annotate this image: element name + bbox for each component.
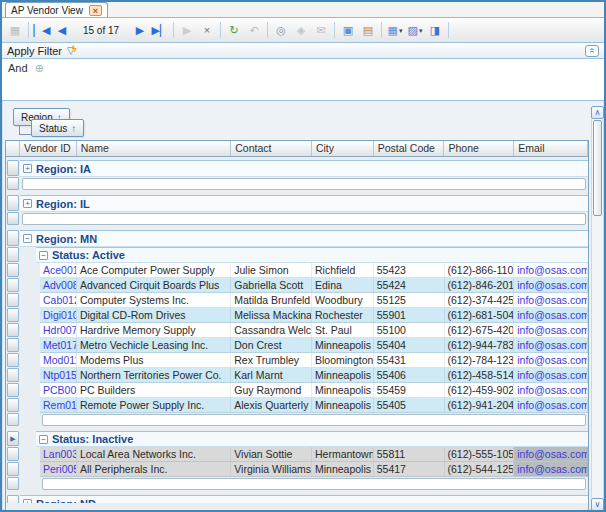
row-indicator-cell[interactable] [7,413,19,426]
cell-email[interactable]: info@osas.com [514,368,588,382]
vertical-scrollbar[interactable]: ∧ ∨ [591,106,604,511]
cell-vendor-id[interactable]: Adv008 [40,278,77,292]
cell-contact[interactable]: Julie Simon [231,263,312,277]
cell-phone[interactable]: (612)-458-5148 [445,368,515,382]
cell-postal-code[interactable]: 55459 [374,383,445,397]
export-icon[interactable]: ▦▾ [385,21,405,40]
cell-vendor-id[interactable]: Rem014 [40,398,77,412]
cell-city[interactable]: Richfield [312,263,374,277]
cell-contact[interactable]: Vivian Sottie [231,447,312,461]
dropdown-arrow-icon[interactable]: ▾ [399,22,403,39]
tab-ap-vendor-view[interactable]: AP Vendor View × [5,2,108,17]
cell-contact[interactable]: Rex Trumbley [231,353,312,367]
cell-postal-code[interactable]: 55405 [374,398,445,412]
vendor-row[interactable]: Ace001Ace Computer Power SupplyJulie Sim… [6,263,588,278]
cell-vendor-id[interactable]: PCB009 [40,383,77,397]
vendor-row[interactable]: Cab012Computer Systems Inc.Matilda Brunf… [6,293,588,308]
cell-email[interactable]: info@osas.com [514,398,588,412]
row-indicator-cell[interactable] [7,495,19,503]
region-group-row[interactable]: +Region: ND [6,495,588,503]
status-group-row[interactable]: ▶−Status: Inactive [6,431,588,447]
cell-phone[interactable]: (612)-941-2045 [445,398,515,412]
row-indicator-cell[interactable]: ▶ [7,431,19,446]
expand-group-icon[interactable]: + [23,199,32,208]
row-indicator-cell[interactable] [7,462,19,476]
cell-vendor-id[interactable]: Cab012 [40,293,77,307]
cell-name[interactable]: Northern Territories Power Co. [77,368,231,382]
cell-vendor-id[interactable]: Met017 [40,338,77,352]
new-row-box[interactable] [22,178,586,190]
cell-name[interactable]: Hardrive Memory Supply [77,323,231,337]
cell-phone[interactable]: (612)-944-7839 [445,338,515,352]
cell-city[interactable]: Woodbury [312,293,374,307]
cell-vendor-id[interactable]: Ntp015 [40,368,77,382]
cell-postal-code[interactable]: 55901 [374,308,445,322]
row-indicator-cell[interactable] [7,398,19,412]
vendor-row[interactable]: Hdr007Hardrive Memory SupplyCassandra We… [6,323,588,338]
delete-record-icon[interactable]: × [197,21,217,40]
cell-phone[interactable]: (612)-459-9024 [445,383,515,397]
row-indicator-cell[interactable] [7,447,19,461]
tab-close-icon[interactable]: × [89,5,102,16]
cell-postal-code[interactable]: 55811 [374,447,445,461]
new-row-box[interactable] [22,213,586,225]
collapse-group-icon[interactable]: − [39,435,48,444]
cell-contact[interactable]: Cassandra Welch [231,323,312,337]
cell-postal-code[interactable]: 55125 [374,293,445,307]
cell-name[interactable]: PC Builders [77,383,231,397]
add-condition-icon[interactable]: ⊕ [35,62,44,74]
row-indicator-cell[interactable] [7,263,19,277]
cell-name[interactable]: Remote Power Supply Inc. [77,398,231,412]
vendor-row[interactable]: Met017Metro Vechicle Leasing Inc.Don Cre… [6,338,588,353]
cell-email[interactable]: info@osas.com [514,323,588,337]
cell-email[interactable]: info@osas.com [514,383,588,397]
row-indicator-cell[interactable] [7,177,19,190]
cell-email[interactable]: info@osas.com [514,447,588,461]
scrollbar-track[interactable] [591,119,604,498]
nav-next-icon[interactable]: ▶ [130,21,150,40]
vendor-row[interactable]: PCB009PC BuildersGuy RaymondMinneapolis5… [6,383,588,398]
cell-phone[interactable]: (612)-846-2011 [445,278,515,292]
collapse-group-icon[interactable]: − [39,251,48,260]
cell-phone[interactable]: (612)-784-1234 [445,353,515,367]
cell-postal-code[interactable]: 55404 [374,338,445,352]
filter-condition-area[interactable]: And ⊕ [2,59,604,101]
cell-contact[interactable]: Gabriella Scott [231,278,312,292]
cell-city[interactable]: Edina [312,278,374,292]
cell-vendor-id[interactable]: Hdr007 [40,323,77,337]
cell-phone[interactable]: (612)-866-1100 [445,263,515,277]
cell-contact[interactable]: Guy Raymond [231,383,312,397]
expand-group-icon[interactable]: + [23,164,32,173]
cell-contact[interactable]: Don Crest [231,338,312,352]
cell-city[interactable]: Minneapolis [312,462,374,476]
cell-postal-code[interactable]: 55423 [374,263,445,277]
cell-city[interactable]: Minneapolis [312,338,374,352]
cell-city[interactable]: St. Paul [312,323,374,337]
nav-first-icon[interactable]: ▏◀ [32,21,52,40]
cell-vendor-id[interactable]: Lan003 [40,447,77,461]
row-indicator-cell[interactable] [7,383,19,397]
row-indicator-cell[interactable] [7,247,19,262]
vendor-row[interactable]: Adv008Advanced Cirquit Boards PlusGabrie… [6,278,588,293]
cell-name[interactable]: Modems Plus [77,353,231,367]
row-indicator-cell[interactable] [7,212,19,225]
nav-last-icon[interactable]: ▶▏ [150,21,170,40]
group-button-status[interactable]: Status ↑ [31,119,84,137]
row-indicator-cell[interactable] [7,368,19,382]
row-indicator-cell[interactable] [7,308,19,322]
column-header-email[interactable]: Email [514,141,588,156]
column-header-vendor-id[interactable]: Vendor ID [20,141,77,156]
row-indicator-cell[interactable] [7,338,19,352]
cell-contact[interactable]: Melissa Mackinaw [231,308,312,322]
cell-postal-code[interactable]: 55100 [374,323,445,337]
copy-icon[interactable]: ▣ [338,21,358,40]
row-indicator-cell[interactable] [7,230,19,246]
print-preview-icon[interactable]: ◎ [271,21,291,40]
region-group-row[interactable]: +Region: IL [6,195,588,212]
scroll-up-button[interactable]: ∧ [591,106,604,119]
cell-email[interactable]: info@osas.com [514,462,588,476]
row-indicator-cell[interactable] [7,293,19,307]
column-header-name[interactable]: Name [77,141,231,156]
vendor-row[interactable]: Digi010Digital CD-Rom DrivesMelissa Mack… [6,308,588,323]
cell-phone[interactable]: (612)-374-4257 [445,293,515,307]
